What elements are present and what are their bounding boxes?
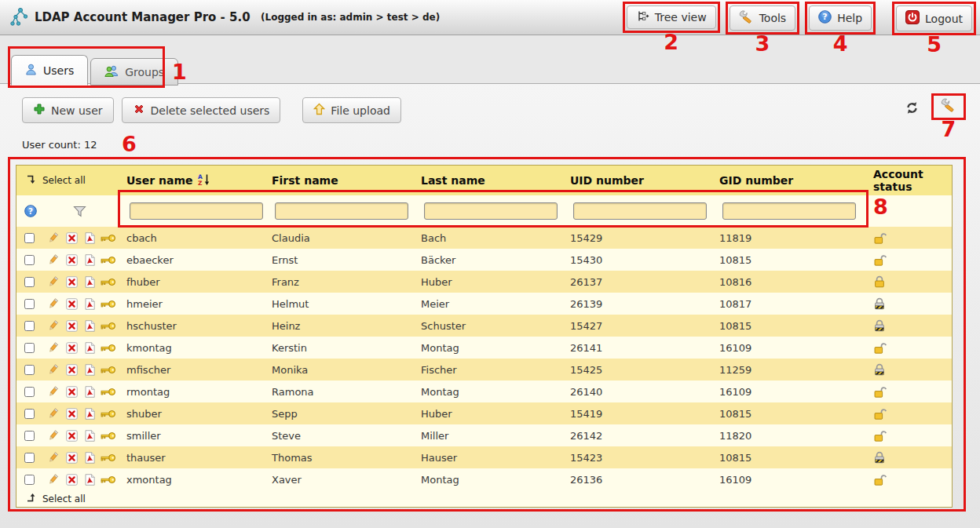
row-select-checkbox[interactable] — [24, 343, 35, 353]
password-key-icon[interactable] — [101, 278, 116, 286]
password-key-icon[interactable] — [101, 453, 116, 462]
filter-user-name-input[interactable] — [130, 202, 263, 220]
file-upload-button[interactable]: File upload — [302, 97, 401, 123]
delete-row-icon[interactable] — [66, 342, 78, 354]
edit-pencil-icon[interactable] — [47, 232, 59, 244]
row-select-checkbox[interactable] — [24, 431, 35, 441]
edit-pencil-icon[interactable] — [47, 320, 59, 332]
refresh-icon[interactable] — [905, 101, 920, 115]
svg-text:?: ? — [28, 206, 33, 216]
row-select-checkbox[interactable] — [24, 255, 35, 265]
pdf-export-icon[interactable] — [85, 364, 95, 376]
column-header-uid-number[interactable]: UID number — [570, 174, 719, 187]
header-actions: Tree view 2 Tools 3 — [617, 2, 976, 35]
password-key-icon[interactable] — [101, 256, 116, 264]
column-header-gid-number[interactable]: GID number — [719, 174, 868, 187]
table-settings-wrench-icon[interactable] — [941, 98, 956, 112]
edit-pencil-icon[interactable] — [47, 364, 59, 376]
edit-pencil-icon[interactable] — [47, 452, 59, 464]
delete-row-icon[interactable] — [66, 452, 78, 464]
pdf-export-icon[interactable] — [85, 452, 95, 464]
row-select-checkbox[interactable] — [24, 233, 35, 243]
row-select-checkbox[interactable] — [24, 299, 35, 309]
edit-pencil-icon[interactable] — [47, 298, 59, 310]
edit-pencil-icon[interactable] — [47, 342, 59, 354]
password-key-icon[interactable] — [101, 300, 116, 308]
pdf-export-icon[interactable] — [85, 320, 95, 332]
new-user-button[interactable]: New user — [22, 97, 114, 123]
password-key-icon[interactable] — [101, 234, 116, 242]
delete-row-icon[interactable] — [66, 254, 78, 266]
logout-button[interactable]: Logout — [896, 5, 972, 31]
password-key-icon[interactable] — [101, 366, 116, 374]
tools-button[interactable]: Tools — [730, 5, 796, 31]
row-select-checkbox[interactable] — [24, 387, 35, 397]
password-key-icon[interactable] — [101, 410, 116, 418]
pdf-export-icon[interactable] — [85, 474, 95, 486]
column-header-last-name[interactable]: Last name — [421, 174, 570, 187]
row-select-checkbox[interactable] — [24, 453, 35, 463]
delete-row-icon[interactable] — [66, 430, 78, 442]
delete-row-icon[interactable] — [66, 408, 78, 420]
pdf-export-icon[interactable] — [85, 430, 95, 442]
password-key-icon[interactable] — [101, 475, 116, 484]
filter-help-icon[interactable]: ? — [24, 205, 37, 217]
select-all-bottom-label[interactable]: Select all — [42, 493, 86, 504]
filter-first-name-input[interactable] — [275, 202, 408, 220]
row-controls — [16, 474, 126, 486]
delete-row-icon[interactable] — [66, 298, 78, 310]
cell-first-name: Xaver — [272, 474, 421, 486]
row-controls — [16, 364, 126, 376]
filter-gid-number-input[interactable] — [722, 202, 856, 220]
edit-pencil-icon[interactable] — [47, 430, 59, 442]
row-select-checkbox[interactable] — [24, 277, 35, 287]
cell-user-name: smiller — [126, 430, 272, 442]
column-header-user-name[interactable]: User name A Z — [126, 173, 272, 188]
edit-pencil-icon[interactable] — [47, 474, 59, 486]
cell-account-status — [868, 319, 952, 332]
password-key-icon[interactable] — [101, 322, 116, 330]
row-select-checkbox[interactable] — [24, 409, 35, 419]
pdf-export-icon[interactable] — [85, 276, 95, 288]
delete-selected-users-button[interactable]: Delete selected users — [122, 97, 281, 123]
delete-row-icon[interactable] — [66, 474, 78, 486]
row-select-checkbox[interactable] — [24, 321, 35, 331]
pdf-export-icon[interactable] — [85, 342, 95, 354]
password-key-icon[interactable] — [101, 432, 116, 440]
delete-x-icon — [133, 103, 145, 118]
delete-row-icon[interactable] — [66, 276, 78, 288]
cell-uid-number: 26140 — [570, 386, 719, 398]
edit-pencil-icon[interactable] — [47, 386, 59, 398]
row-select-checkbox[interactable] — [24, 475, 35, 485]
edit-pencil-icon[interactable] — [47, 254, 59, 266]
edit-pencil-icon[interactable] — [47, 276, 59, 288]
edit-pencil-icon[interactable] — [47, 408, 59, 420]
help-button[interactable]: ? Help — [809, 5, 872, 31]
pdf-export-icon[interactable] — [85, 232, 95, 244]
delete-row-icon[interactable] — [66, 232, 78, 244]
pdf-export-icon[interactable] — [85, 254, 95, 266]
filter-last-name-input[interactable] — [424, 202, 558, 220]
cell-gid-number: 11819 — [719, 232, 868, 244]
pdf-export-icon[interactable] — [85, 408, 95, 420]
delete-row-icon[interactable] — [66, 386, 78, 398]
password-key-icon[interactable] — [101, 344, 116, 352]
annotation-number-4: 4 — [833, 33, 848, 54]
filter-funnel-icon[interactable] — [73, 206, 86, 217]
column-header-first-name[interactable]: First name — [272, 174, 421, 187]
filter-uid-number-input[interactable] — [573, 202, 707, 220]
tab-groups[interactable]: Groups — [90, 58, 178, 86]
select-all-top[interactable]: Select all — [16, 174, 126, 187]
tab-users[interactable]: Users — [11, 55, 88, 86]
pdf-export-icon[interactable] — [85, 386, 95, 398]
password-key-icon[interactable] — [101, 388, 116, 396]
cell-user-name: mfischer — [126, 364, 272, 376]
row-select-checkbox[interactable] — [24, 365, 35, 375]
delete-row-icon[interactable] — [66, 320, 78, 332]
tree-view-button[interactable]: Tree view — [627, 5, 716, 29]
pdf-export-icon[interactable] — [85, 298, 95, 310]
cell-gid-number: 10816 — [719, 276, 868, 288]
annotation-number-8: 8 — [873, 196, 888, 217]
table-row: hschuster Heinz Schuster 15427 10815 — [16, 315, 952, 337]
delete-row-icon[interactable] — [66, 364, 78, 376]
